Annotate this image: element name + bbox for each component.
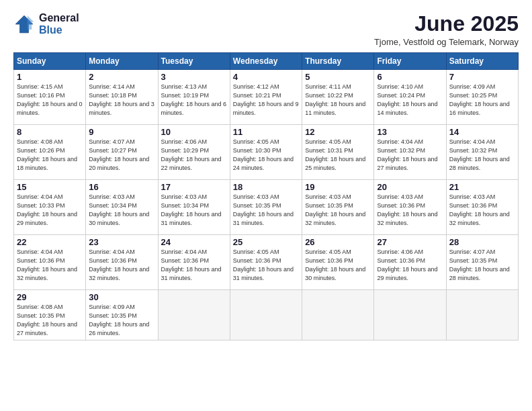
day-info: Sunrise: 4:03 AMSunset: 10:36 PMDaylight… (377, 193, 443, 228)
day-info: Sunrise: 4:14 AMSunset: 10:18 PMDaylight… (89, 83, 154, 118)
table-row (158, 290, 230, 340)
day-info: Sunrise: 4:03 AMSunset: 10:35 PMDaylight… (305, 193, 371, 228)
day-number: 16 (89, 182, 154, 192)
table-row: 16Sunrise: 4:03 AMSunset: 10:34 PMDaylig… (86, 180, 158, 235)
day-number: 11 (233, 127, 299, 137)
day-number: 13 (377, 127, 443, 137)
day-number: 1 (17, 72, 83, 82)
col-friday: Friday (374, 53, 446, 70)
day-info: Sunrise: 4:12 AMSunset: 10:21 PMDaylight… (233, 83, 299, 118)
day-number: 3 (161, 72, 227, 82)
day-info: Sunrise: 4:06 AMSunset: 10:29 PMDaylight… (161, 138, 227, 173)
day-number: 14 (449, 127, 515, 137)
day-number: 25 (233, 237, 299, 247)
day-info: Sunrise: 4:03 AMSunset: 10:34 PMDaylight… (161, 193, 227, 228)
table-row: 28Sunrise: 4:07 AMSunset: 10:35 PMDaylig… (446, 235, 518, 290)
day-info: Sunrise: 4:06 AMSunset: 10:36 PMDaylight… (377, 248, 443, 283)
day-number: 5 (305, 72, 371, 82)
col-monday: Monday (86, 53, 158, 70)
day-info: Sunrise: 4:04 AMSunset: 10:36 PMDaylight… (161, 248, 227, 283)
day-number: 6 (377, 72, 443, 82)
table-row (446, 290, 518, 340)
col-sunday: Sunday (14, 53, 86, 70)
table-row: 20Sunrise: 4:03 AMSunset: 10:36 PMDaylig… (374, 180, 446, 235)
table-row: 6Sunrise: 4:10 AMSunset: 10:24 PMDayligh… (374, 70, 446, 125)
logo: General Blue (13, 12, 79, 36)
table-row: 2Sunrise: 4:14 AMSunset: 10:18 PMDayligh… (86, 70, 158, 125)
day-number: 17 (161, 182, 227, 192)
day-number: 12 (305, 127, 371, 137)
logo-blue: Blue (39, 24, 79, 36)
table-row: 22Sunrise: 4:04 AMSunset: 10:36 PMDaylig… (14, 235, 86, 290)
table-row: 13Sunrise: 4:04 AMSunset: 10:32 PMDaylig… (374, 125, 446, 180)
day-info: Sunrise: 4:07 AMSunset: 10:27 PMDaylight… (89, 138, 154, 173)
day-info: Sunrise: 4:09 AMSunset: 10:25 PMDaylight… (449, 83, 515, 118)
table-row: 1Sunrise: 4:15 AMSunset: 10:16 PMDayligh… (14, 70, 86, 125)
table-row: 15Sunrise: 4:04 AMSunset: 10:33 PMDaylig… (14, 180, 86, 235)
calendar-week-row: 22Sunrise: 4:04 AMSunset: 10:36 PMDaylig… (14, 235, 519, 290)
day-number: 24 (161, 237, 227, 247)
header: General Blue June 2025 Tjome, Vestfold o… (13, 12, 519, 47)
day-number: 10 (161, 127, 227, 137)
table-row: 9Sunrise: 4:07 AMSunset: 10:27 PMDayligh… (86, 125, 158, 180)
table-row: 27Sunrise: 4:06 AMSunset: 10:36 PMDaylig… (374, 235, 446, 290)
table-row: 10Sunrise: 4:06 AMSunset: 10:29 PMDaylig… (158, 125, 230, 180)
day-info: Sunrise: 4:08 AMSunset: 10:35 PMDaylight… (17, 303, 83, 338)
svg-marker-2 (28, 15, 34, 30)
day-info: Sunrise: 4:05 AMSunset: 10:36 PMDaylight… (305, 248, 371, 283)
day-number: 22 (17, 237, 83, 247)
page: General Blue June 2025 Tjome, Vestfold o… (0, 0, 532, 411)
table-row: 29Sunrise: 4:08 AMSunset: 10:35 PMDaylig… (14, 290, 86, 340)
table-row: 17Sunrise: 4:03 AMSunset: 10:34 PMDaylig… (158, 180, 230, 235)
day-info: Sunrise: 4:05 AMSunset: 10:30 PMDaylight… (233, 138, 299, 173)
col-saturday: Saturday (446, 53, 518, 70)
table-row: 21Sunrise: 4:03 AMSunset: 10:36 PMDaylig… (446, 180, 518, 235)
logo-general: General (39, 12, 79, 24)
table-row: 7Sunrise: 4:09 AMSunset: 10:25 PMDayligh… (446, 70, 518, 125)
table-row: 23Sunrise: 4:04 AMSunset: 10:36 PMDaylig… (86, 235, 158, 290)
day-info: Sunrise: 4:05 AMSunset: 10:36 PMDaylight… (233, 248, 299, 283)
day-info: Sunrise: 4:09 AMSunset: 10:35 PMDaylight… (89, 303, 154, 338)
day-info: Sunrise: 4:05 AMSunset: 10:31 PMDaylight… (305, 138, 371, 173)
table-row: 8Sunrise: 4:08 AMSunset: 10:26 PMDayligh… (14, 125, 86, 180)
day-number: 18 (233, 182, 299, 192)
day-number: 20 (377, 182, 443, 192)
table-row: 18Sunrise: 4:03 AMSunset: 10:35 PMDaylig… (230, 180, 302, 235)
col-tuesday: Tuesday (158, 53, 230, 70)
day-info: Sunrise: 4:13 AMSunset: 10:19 PMDaylight… (161, 83, 227, 118)
logo-icon (13, 13, 35, 35)
day-info: Sunrise: 4:04 AMSunset: 10:32 PMDaylight… (449, 138, 515, 173)
calendar: Sunday Monday Tuesday Wednesday Thursday… (13, 52, 519, 340)
day-info: Sunrise: 4:03 AMSunset: 10:34 PMDaylight… (89, 193, 154, 228)
col-thursday: Thursday (302, 53, 374, 70)
table-row: 19Sunrise: 4:03 AMSunset: 10:35 PMDaylig… (302, 180, 374, 235)
calendar-week-row: 15Sunrise: 4:04 AMSunset: 10:33 PMDaylig… (14, 180, 519, 235)
table-row (374, 290, 446, 340)
day-info: Sunrise: 4:11 AMSunset: 10:22 PMDaylight… (305, 83, 371, 118)
day-info: Sunrise: 4:10 AMSunset: 10:24 PMDaylight… (377, 83, 443, 118)
day-number: 30 (89, 292, 154, 302)
table-row (230, 290, 302, 340)
day-info: Sunrise: 4:04 AMSunset: 10:36 PMDaylight… (89, 248, 154, 283)
day-info: Sunrise: 4:03 AMSunset: 10:35 PMDaylight… (233, 193, 299, 228)
calendar-header-row: Sunday Monday Tuesday Wednesday Thursday… (14, 53, 519, 70)
day-number: 27 (377, 237, 443, 247)
table-row: 5Sunrise: 4:11 AMSunset: 10:22 PMDayligh… (302, 70, 374, 125)
calendar-week-row: 29Sunrise: 4:08 AMSunset: 10:35 PMDaylig… (14, 290, 519, 340)
month-title: June 2025 (374, 12, 519, 36)
day-number: 29 (17, 292, 83, 302)
day-info: Sunrise: 4:03 AMSunset: 10:36 PMDaylight… (449, 193, 515, 228)
day-number: 19 (305, 182, 371, 192)
day-number: 2 (89, 72, 154, 82)
day-number: 15 (17, 182, 83, 192)
day-number: 28 (449, 237, 515, 247)
table-row: 4Sunrise: 4:12 AMSunset: 10:21 PMDayligh… (230, 70, 302, 125)
day-number: 23 (89, 237, 154, 247)
day-info: Sunrise: 4:04 AMSunset: 10:32 PMDaylight… (377, 138, 443, 173)
col-wednesday: Wednesday (230, 53, 302, 70)
day-number: 21 (449, 182, 515, 192)
table-row (302, 290, 374, 340)
table-row: 3Sunrise: 4:13 AMSunset: 10:19 PMDayligh… (158, 70, 230, 125)
calendar-week-row: 8Sunrise: 4:08 AMSunset: 10:26 PMDayligh… (14, 125, 519, 180)
day-number: 4 (233, 72, 299, 82)
